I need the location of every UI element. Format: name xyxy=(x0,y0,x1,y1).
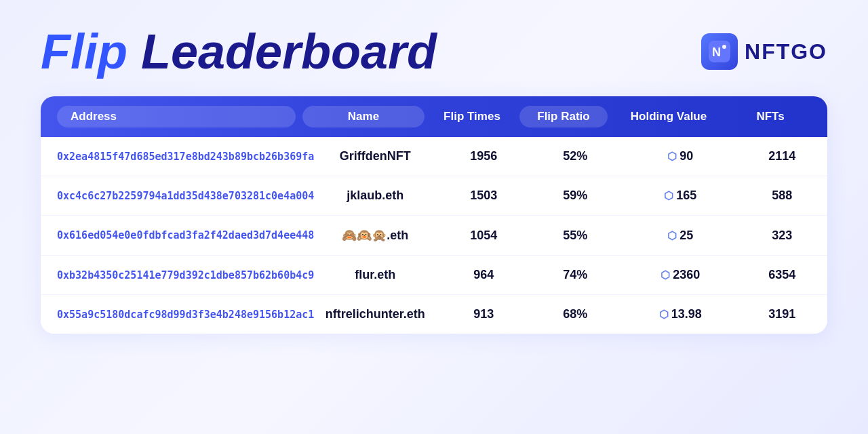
cell-holding-value: ⬡ 90 xyxy=(619,149,741,163)
cell-name: GriffdenNFT xyxy=(314,149,436,163)
logo-text: NFTGO xyxy=(745,39,827,64)
cell-nfts: 588 xyxy=(741,189,823,203)
cell-flip-ratio: 74% xyxy=(531,268,619,282)
cell-flip-times: 913 xyxy=(436,307,531,321)
cell-name: 🙈🙉🙊.eth xyxy=(314,228,436,243)
cell-holding-value: ⬡ 165 xyxy=(619,189,741,203)
table-row[interactable]: 0x2ea4815f47d685ed317e8bd243b89bcb26b369… xyxy=(41,137,827,176)
table-header: Address Name Flip Times Flip Ratio Holdi… xyxy=(41,96,827,137)
col-flip-times: Flip Times xyxy=(425,110,519,123)
eth-icon: ⬡ xyxy=(664,189,673,202)
svg-point-2 xyxy=(722,45,726,49)
leaderboard-table: Address Name Flip Times Flip Ratio Holdi… xyxy=(41,96,827,334)
cell-flip-times: 1054 xyxy=(436,229,531,243)
cell-flip-times: 1956 xyxy=(436,149,531,163)
col-address: Address xyxy=(57,106,296,127)
cell-name: nftrelichunter.eth xyxy=(314,307,436,321)
col-nfts: NFTs xyxy=(730,110,811,123)
title-flip: Flip xyxy=(41,24,127,79)
table-row[interactable]: 0xc4c6c27b2259794a1dd35d438e703281c0e4a0… xyxy=(41,176,827,216)
eth-icon: ⬡ xyxy=(660,269,670,281)
logo: N NFTGO xyxy=(701,33,827,70)
cell-address: 0x2ea4815f47d685ed317e8bd243b89bcb26b369… xyxy=(57,151,314,163)
cell-flip-ratio: 68% xyxy=(531,307,619,321)
eth-icon: ⬡ xyxy=(667,229,677,242)
cell-address: 0x55a9c5180dcafc98d99d3f3e4b248e9156b12a… xyxy=(57,309,314,321)
cell-holding-value: ⬡ 13.98 xyxy=(619,307,741,321)
cell-name: flur.eth xyxy=(314,268,436,282)
page-title: Flip Leaderboard xyxy=(41,27,437,76)
page-header: Flip Leaderboard N NFTGO xyxy=(41,27,827,76)
cell-name: jklaub.eth xyxy=(314,189,436,203)
cell-address: 0xb32b4350c25141e779d392c1dbe857b62b60b4… xyxy=(57,269,314,281)
col-flip-ratio: Flip Ratio xyxy=(519,106,608,127)
cell-flip-ratio: 55% xyxy=(531,229,619,243)
cell-nfts: 3191 xyxy=(741,307,823,321)
cell-holding-value: ⬡ 2360 xyxy=(619,268,741,282)
cell-flip-ratio: 59% xyxy=(531,189,619,203)
table-body: 0x2ea4815f47d685ed317e8bd243b89bcb26b369… xyxy=(41,137,827,334)
cell-address: 0x616ed054e0e0fdbfcad3fa2f42daed3d7d4ee4… xyxy=(57,229,314,241)
title-rest: Leaderboard xyxy=(127,24,437,79)
cell-nfts: 6354 xyxy=(741,268,823,282)
table-row[interactable]: 0x616ed054e0e0fdbfcad3fa2f42daed3d7d4ee4… xyxy=(41,216,827,256)
col-holding-value: Holding Value xyxy=(608,110,730,123)
table-row[interactable]: 0xb32b4350c25141e779d392c1dbe857b62b60b4… xyxy=(41,256,827,295)
col-name: Name xyxy=(302,106,425,127)
cell-nfts: 2114 xyxy=(741,149,823,163)
cell-flip-ratio: 52% xyxy=(531,149,619,163)
eth-icon: ⬡ xyxy=(667,150,677,163)
cell-holding-value: ⬡ 25 xyxy=(619,229,741,243)
eth-icon: ⬡ xyxy=(659,308,669,321)
table-row[interactable]: 0x55a9c5180dcafc98d99d3f3e4b248e9156b12a… xyxy=(41,295,827,334)
cell-flip-times: 1503 xyxy=(436,189,531,203)
cell-nfts: 323 xyxy=(741,229,823,243)
cell-address: 0xc4c6c27b2259794a1dd35d438e703281c0e4a0… xyxy=(57,190,314,202)
svg-text:N: N xyxy=(712,45,721,59)
logo-icon: N xyxy=(701,33,738,70)
cell-flip-times: 964 xyxy=(436,268,531,282)
